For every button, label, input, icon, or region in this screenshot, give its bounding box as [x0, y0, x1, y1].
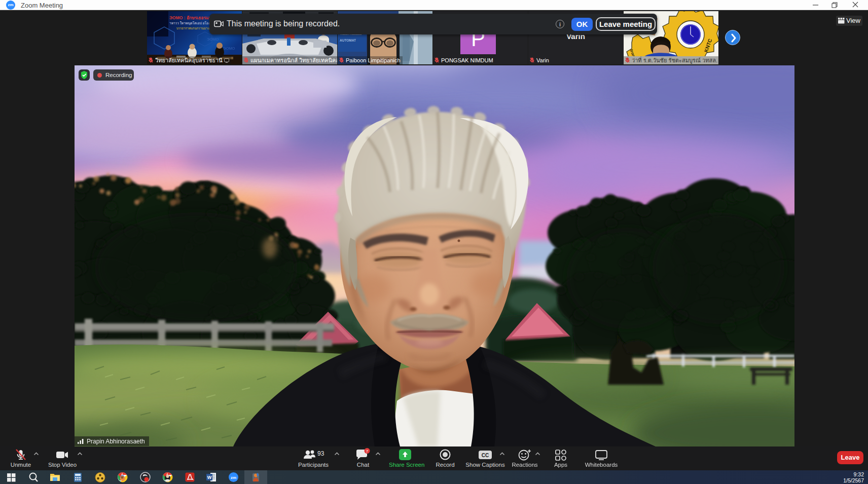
svg-text:ЭОМО: ЭОМО [223, 46, 235, 51]
svg-text:CC: CC [482, 453, 489, 458]
svg-text:ЭОМО: ЭОМО [207, 37, 219, 42]
svg-text:W: W [207, 475, 212, 480]
svg-text:zm: zm [231, 475, 236, 480]
svg-text:AUTOMAT: AUTOMAT [340, 39, 356, 42]
svg-text:93: 93 [317, 450, 324, 457]
svg-text:7: 7 [366, 449, 369, 454]
